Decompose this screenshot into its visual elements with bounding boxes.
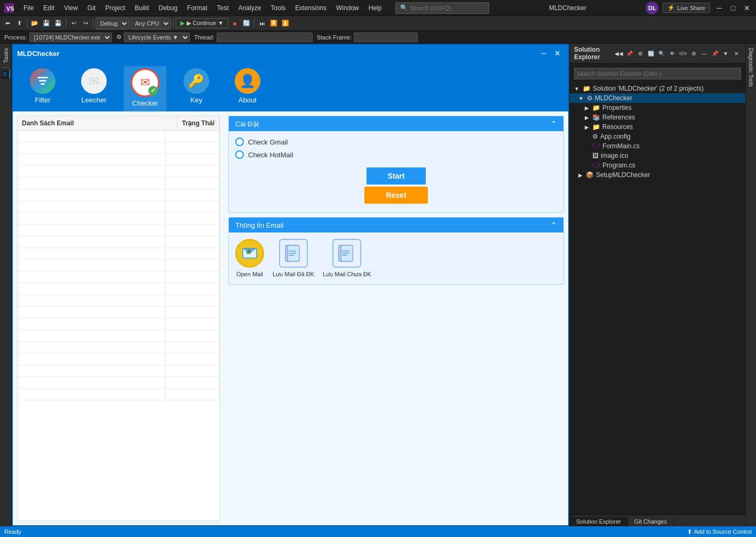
se-properties-btn[interactable]: ⚙ (689, 49, 698, 58)
toolbar-open-btn[interactable]: 📂 (29, 18, 40, 29)
menu-format[interactable]: Format (183, 2, 212, 14)
menu-debug[interactable]: Debug (154, 2, 181, 14)
email-cell (18, 271, 166, 283)
app-win-buttons: ─ ✕ (537, 47, 564, 60)
se-show-all-btn[interactable]: 👁 (667, 49, 677, 58)
radio-group: Check Gmail Check HotMail (235, 138, 557, 159)
stop-btn[interactable]: ■ (229, 18, 240, 29)
menu-window[interactable]: Window (332, 2, 363, 14)
se-imageico-item[interactable]: ▶ 🖼 image.ico (570, 151, 745, 161)
filter-icon (30, 68, 55, 94)
menu-help[interactable]: Help (364, 2, 386, 14)
cai-dat-header[interactable]: Cài Đặt ⌃ (229, 116, 563, 131)
lifecycle-dropdown[interactable]: Lifecycle Events ▼ (124, 33, 190, 42)
toolbar-save-btn[interactable]: 💾 (41, 18, 52, 29)
se-close-btn[interactable]: — (699, 49, 709, 58)
se-properties-item[interactable]: ▶ 📁 Properties (570, 103, 745, 113)
luu-mail-da-dk-action[interactable]: Lưu Mail Đã ĐK (273, 239, 314, 278)
status-cell (166, 142, 219, 154)
tab-solution-explorer[interactable]: Solution Explorer (570, 517, 628, 526)
reset-button[interactable]: Reset (364, 187, 427, 204)
menu-analyze[interactable]: Analyze (234, 2, 266, 14)
se-collapse-btn[interactable]: ◀◀ (614, 49, 624, 58)
toolbar-fwd-btn[interactable]: ⬆ (14, 18, 25, 29)
thong-tin-header[interactable]: Thông tin Email ⌃ (229, 218, 563, 233)
se-programcs-label: Program.cs (602, 162, 635, 169)
se-formmain-item[interactable]: ▶ C# FormMain.cs (570, 141, 745, 151)
menu-test[interactable]: Test (213, 2, 233, 14)
minimize-button[interactable]: ─ (714, 3, 724, 13)
appconfig-icon: ⚙ (592, 133, 598, 140)
menu-edit[interactable]: Edit (39, 2, 59, 14)
debug-out-btn[interactable]: ⏫ (280, 18, 291, 29)
open-mail-action[interactable]: Open Mail (235, 239, 264, 278)
menu-view[interactable]: View (60, 2, 82, 14)
se-search-container (570, 63, 745, 84)
toolbar-save-all-btn[interactable]: 💾 (53, 18, 63, 29)
menu-git[interactable]: Git (83, 2, 100, 14)
se-refresh-btn[interactable]: 🔄 (646, 49, 656, 58)
add-to-source-label[interactable]: ⬆ Add to Source Control (687, 528, 752, 535)
menu-project[interactable]: Project (101, 2, 129, 14)
menu-build[interactable]: Build (131, 2, 154, 14)
menu-file[interactable]: File (19, 2, 38, 14)
debug-config-dropdown[interactable]: Debug (96, 18, 129, 29)
toolbar-redo-btn[interactable]: ↪ (80, 18, 91, 29)
se-programcs-item[interactable]: ▶ C# Program.cs (570, 161, 745, 170)
nav-about[interactable]: 👤 About (226, 66, 269, 111)
table-row (18, 377, 219, 389)
gmail-radio-label: Check Gmail (248, 138, 288, 146)
live-share-button[interactable]: ⚡ Live Share (663, 3, 710, 13)
app-minimize-button[interactable]: ─ (537, 47, 550, 60)
se-code-btn[interactable]: </> (678, 49, 688, 58)
tasks-label[interactable]: Tasks (2, 46, 10, 65)
start-button[interactable]: Start (367, 167, 426, 185)
se-project-mldchecker[interactable]: ▼ ⚙ MLDChecker (570, 93, 745, 103)
se-solution-item[interactable]: ▼ 📁 Solution 'MLDChecker' (2 of 2 projec… (570, 84, 745, 93)
process-dropdown[interactable]: [10724] MLDChecker.exe (29, 33, 112, 42)
check-gmail-option[interactable]: Check Gmail (235, 138, 557, 146)
luu-mail-chua-dk-action[interactable]: Lưu Mail Chưa ĐK (323, 239, 371, 278)
mldchecker-icon: ⚙ (587, 94, 593, 102)
se-appconfig-item[interactable]: ▶ ⚙ App.config (570, 132, 745, 141)
menu-extensions[interactable]: Extensions (291, 2, 331, 14)
check-hotmail-option[interactable]: Check HotMail (235, 150, 557, 159)
se-minimize-btn[interactable]: ✕ (731, 49, 741, 58)
se-references-item[interactable]: ▶ 📚 References (570, 113, 745, 122)
open-mail-label: Open Mail (236, 271, 263, 277)
restart-btn[interactable]: 🔄 (241, 18, 252, 29)
status-cell (166, 365, 219, 376)
tab-git-changes[interactable]: Git Changes (628, 517, 674, 526)
nav-filter[interactable]: Filter (21, 66, 64, 111)
maximize-button[interactable]: □ (728, 3, 738, 13)
continue-button[interactable]: ▶ ▶ Continue ▼ (176, 18, 228, 28)
nav-checker[interactable]: ✉ ✓ Checker (124, 66, 166, 111)
debug-nav-btn[interactable]: ⏭ (257, 18, 267, 29)
se-setup-item[interactable]: ▶ 📦 SetupMLDChecker (570, 170, 745, 180)
vs-search-input[interactable] (410, 5, 484, 11)
close-button[interactable]: ✕ (742, 3, 752, 13)
table-row (18, 271, 219, 283)
se-search-input[interactable] (574, 68, 741, 79)
luu-mail-chua-dk-label: Lưu Mail Chưa ĐK (323, 271, 371, 278)
user-avatar[interactable]: DL (646, 2, 658, 14)
table-row (18, 213, 219, 225)
se-pin-window-btn[interactable]: 📌 (710, 49, 720, 58)
app-close-button[interactable]: ✕ (551, 47, 564, 60)
nav-leecher[interactable]: ✉ Leecher (73, 66, 115, 111)
se-pin-btn[interactable]: 📌 (625, 49, 634, 58)
cai-dat-panel: Cài Đặt ⌃ Check Gmail (228, 116, 564, 213)
se-settings-btn[interactable]: ⚙ (635, 49, 645, 58)
cpu-dropdown[interactable]: Any CPU (130, 18, 171, 29)
toolbar-undo-btn[interactable]: ↩ (68, 18, 79, 29)
se-resources-item[interactable]: ▶ 📁 Resources (570, 122, 745, 132)
se-dock-btn[interactable]: ▼ (721, 49, 730, 58)
tasks-active-indicator[interactable]: M (1, 70, 10, 78)
process-item: Process: [10724] MLDChecker.exe (4, 33, 112, 42)
se-search-solution-btn[interactable]: 🔍 (657, 49, 666, 58)
debug-step-btn[interactable]: ⏬ (268, 18, 279, 29)
menu-tools[interactable]: Tools (266, 2, 290, 14)
toolbar-back-btn[interactable]: ⬅ (2, 18, 13, 29)
diagnostic-tools-label[interactable]: Diagnostic Tools (747, 44, 755, 91)
nav-key[interactable]: 🔑 Key (175, 66, 218, 111)
